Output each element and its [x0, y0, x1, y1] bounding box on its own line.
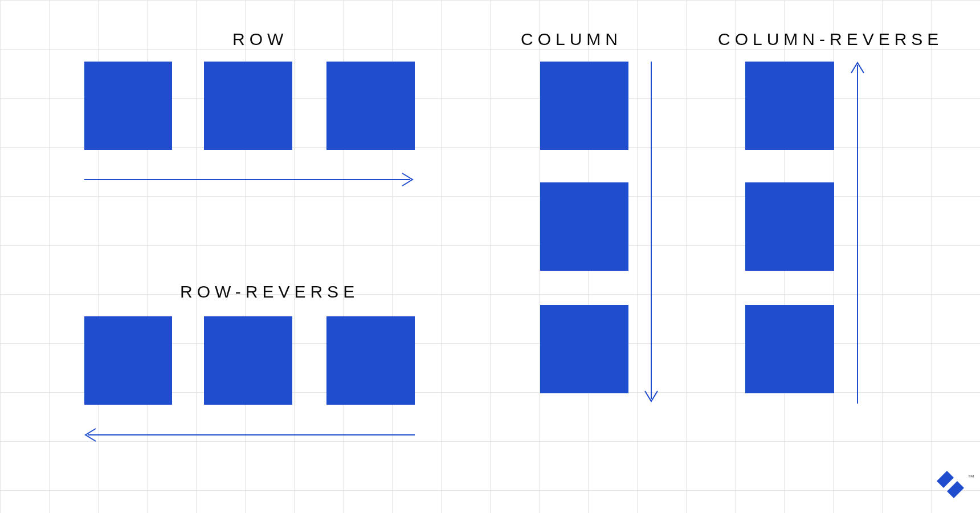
- column-reverse-box-2: [745, 182, 834, 271]
- row-reverse-box-2: [204, 316, 292, 405]
- column-box-2: [540, 182, 628, 271]
- row-box-1: [84, 62, 172, 150]
- row-box-2: [204, 62, 292, 150]
- trademark-symbol: ™: [967, 473, 974, 481]
- toptal-logo-icon: [937, 471, 964, 500]
- row-reverse-box-1: [84, 316, 172, 405]
- svg-marker-4: [937, 471, 954, 488]
- row-arrow-right-icon: [84, 171, 415, 188]
- svg-marker-5: [947, 481, 964, 498]
- column-arrow-down-icon: [643, 62, 660, 404]
- row-reverse-box-3: [326, 316, 415, 405]
- column-reverse-box-1: [745, 62, 834, 150]
- diagram-canvas: ROW ROW-REVERSE COLUMN COLUMN-REVERSE: [0, 0, 980, 513]
- column-box-1: [540, 62, 628, 150]
- label-row: ROW: [232, 30, 288, 49]
- column-reverse-box-3: [745, 305, 834, 393]
- label-column-reverse: COLUMN-REVERSE: [718, 30, 943, 49]
- row-reverse-arrow-left-icon: [84, 426, 415, 443]
- column-reverse-arrow-up-icon: [849, 62, 866, 404]
- column-box-3: [540, 305, 628, 393]
- label-column: COLUMN: [521, 30, 622, 49]
- row-box-3: [326, 62, 415, 150]
- label-row-reverse: ROW-REVERSE: [180, 282, 359, 302]
